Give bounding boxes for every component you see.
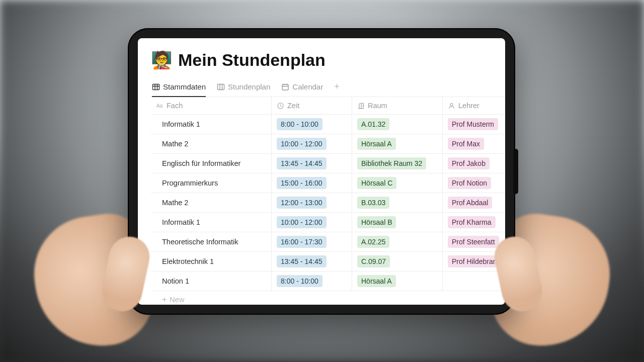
time-tag: 13:45 - 14:45 bbox=[277, 255, 327, 267]
room-tag: B.03.03 bbox=[357, 197, 389, 209]
page-title[interactable]: Mein Stundenplan bbox=[178, 50, 326, 70]
page-icon[interactable]: 🧑‍🏫 bbox=[151, 49, 172, 70]
column-label: Zeit bbox=[287, 102, 299, 110]
cell-fach[interactable]: Englisch für Informatiker bbox=[151, 154, 272, 173]
time-tag: 13:45 - 14:45 bbox=[277, 157, 327, 169]
tab-label: Calendar bbox=[292, 82, 323, 91]
column-label: Raum bbox=[368, 102, 387, 110]
svg-rect-0 bbox=[153, 84, 159, 89]
room-tag: A.01.32 bbox=[357, 118, 389, 130]
teacher-tag: Prof Kharma bbox=[448, 216, 496, 228]
teacher-tag: Prof Hildebran bbox=[448, 255, 501, 267]
cell-fach[interactable]: Informatik 1 bbox=[151, 213, 272, 232]
door-icon bbox=[357, 102, 365, 110]
cell-zeit[interactable]: 15:00 - 16:00 bbox=[272, 173, 352, 193]
add-view-button[interactable]: + bbox=[334, 81, 340, 95]
cell-zeit[interactable]: 16:00 - 17:30 bbox=[272, 232, 352, 252]
column-header-fach[interactable]: Aa Fach bbox=[151, 97, 272, 115]
column-header-raum[interactable]: Raum bbox=[352, 97, 443, 115]
calendar-icon bbox=[281, 83, 289, 91]
cell-raum[interactable]: Hörsaal A bbox=[352, 134, 443, 154]
cell-fach[interactable]: Theoretische Informatik bbox=[151, 232, 272, 252]
tablet-device: 🧑‍🏫 Mein Stundenplan Stammdaten bbox=[128, 28, 515, 315]
cell-lehrer[interactable]: Prof Abdaal bbox=[443, 193, 505, 213]
tab-label: Stammdaten bbox=[163, 82, 206, 91]
time-tag: 8:00 - 10:00 bbox=[277, 275, 323, 287]
room-tag: Hörsaal A bbox=[357, 275, 396, 287]
teacher-tag: Prof Musterm bbox=[448, 118, 498, 130]
time-tag: 12:00 - 13:00 bbox=[277, 197, 327, 209]
svg-point-13 bbox=[450, 103, 453, 106]
cell-fach[interactable]: Mathe 2 bbox=[151, 134, 272, 154]
cell-lehrer[interactable]: Prof Max bbox=[443, 134, 505, 154]
room-tag: Hörsaal A bbox=[357, 138, 396, 150]
room-tag: C.09.07 bbox=[357, 255, 390, 267]
new-row-label: New bbox=[170, 296, 184, 304]
cell-zeit[interactable]: 13:45 - 14:45 bbox=[272, 252, 352, 272]
tablet-screen: 🧑‍🏫 Mein Stundenplan Stammdaten bbox=[138, 38, 505, 305]
cell-raum[interactable]: B.03.03 bbox=[352, 193, 443, 213]
cell-zeit[interactable]: 8:00 - 10:00 bbox=[272, 115, 352, 134]
time-tag: 8:00 - 10:00 bbox=[277, 118, 323, 130]
svg-text:Aa: Aa bbox=[156, 103, 163, 109]
teacher-tag: Prof Max bbox=[448, 138, 484, 150]
cell-lehrer[interactable]: Prof Kharma bbox=[443, 213, 505, 232]
person-icon bbox=[448, 102, 455, 110]
text-icon: Aa bbox=[156, 102, 164, 110]
plus-icon: + bbox=[162, 295, 167, 304]
tab-calendar[interactable]: Calendar bbox=[281, 79, 323, 97]
cell-zeit[interactable]: 13:45 - 14:45 bbox=[272, 154, 352, 173]
teacher-tag: Prof Notion bbox=[448, 177, 491, 189]
time-tag: 16:00 - 17:30 bbox=[277, 236, 327, 248]
clock-icon bbox=[277, 102, 284, 110]
teacher-tag: Prof Steenfatt bbox=[448, 236, 499, 248]
cell-zeit[interactable]: 8:00 - 10:00 bbox=[272, 272, 352, 291]
cell-zeit[interactable]: 10:00 - 12:00 bbox=[272, 134, 352, 154]
schedule-table: Aa Fach Zeit Raum bbox=[151, 97, 505, 305]
teacher-tag: Prof Abdaal bbox=[448, 197, 492, 209]
board-icon bbox=[217, 83, 225, 91]
tab-label: Stundenplan bbox=[228, 82, 270, 91]
column-label: Fach bbox=[167, 102, 183, 110]
cell-fach[interactable]: Programmierkurs bbox=[151, 173, 272, 193]
cell-zeit[interactable]: 10:00 - 12:00 bbox=[272, 213, 352, 232]
cell-lehrer[interactable]: Prof Jakob bbox=[443, 154, 505, 173]
svg-rect-4 bbox=[218, 84, 224, 89]
teacher-tag: Prof Jakob bbox=[448, 157, 490, 169]
cell-raum[interactable]: Bibliothek Raum 32 bbox=[352, 154, 443, 173]
time-tag: 10:00 - 12:00 bbox=[277, 138, 327, 150]
room-tag: Bibliothek Raum 32 bbox=[357, 157, 426, 169]
cell-lehrer[interactable]: Prof Musterm bbox=[443, 115, 505, 134]
room-tag: A.02.25 bbox=[357, 236, 389, 248]
tab-stundenplan[interactable]: Stundenplan bbox=[217, 79, 270, 97]
time-tag: 15:00 - 16:00 bbox=[277, 177, 327, 189]
column-label: Lehrer bbox=[458, 102, 479, 110]
cell-lehrer[interactable] bbox=[443, 272, 505, 291]
cell-raum[interactable]: Hörsaal A bbox=[352, 272, 443, 291]
new-row-button[interactable]: +New bbox=[151, 291, 505, 305]
table-icon bbox=[152, 83, 160, 91]
cell-fach[interactable]: Elektrotechnik 1 bbox=[151, 252, 272, 272]
view-tabs: Stammdaten Stundenplan Calendar bbox=[151, 79, 505, 97]
room-tag: Hörsaal B bbox=[357, 216, 396, 228]
cell-raum[interactable]: Hörsaal C bbox=[352, 173, 443, 193]
cell-raum[interactable]: A.01.32 bbox=[352, 115, 443, 134]
svg-rect-7 bbox=[282, 84, 288, 90]
cell-raum[interactable]: Hörsaal B bbox=[352, 213, 443, 232]
tab-stammdaten[interactable]: Stammdaten bbox=[152, 79, 206, 97]
cell-fach[interactable]: Notion 1 bbox=[151, 272, 272, 291]
time-tag: 10:00 - 12:00 bbox=[277, 216, 327, 228]
column-header-zeit[interactable]: Zeit bbox=[272, 97, 352, 115]
room-tag: Hörsaal C bbox=[357, 177, 396, 189]
cell-fach[interactable]: Mathe 2 bbox=[151, 193, 272, 213]
cell-raum[interactable]: C.09.07 bbox=[352, 252, 443, 272]
cell-raum[interactable]: A.02.25 bbox=[352, 232, 443, 252]
cell-lehrer[interactable]: Prof Notion bbox=[443, 173, 505, 193]
cell-zeit[interactable]: 12:00 - 13:00 bbox=[272, 193, 352, 213]
cell-fach[interactable]: Informatik 1 bbox=[151, 115, 272, 134]
column-header-lehrer[interactable]: Lehrer bbox=[443, 97, 505, 115]
